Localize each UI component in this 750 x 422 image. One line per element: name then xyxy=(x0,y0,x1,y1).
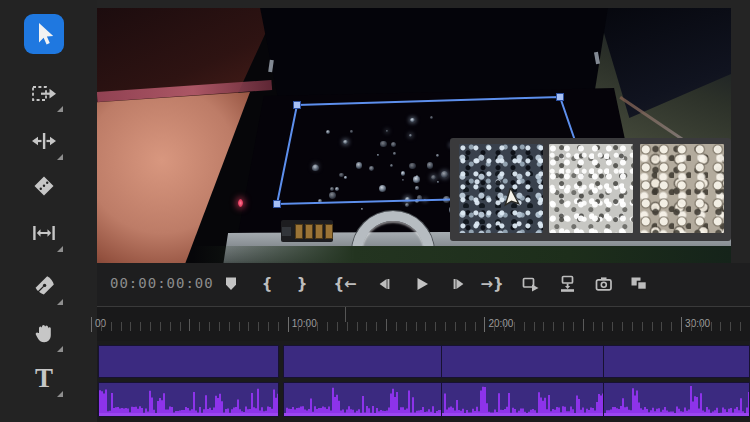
audio-waveform xyxy=(604,383,749,416)
audio-track xyxy=(97,382,750,417)
transport-controls: 00:00:00:00 {}{←→} xyxy=(97,263,750,307)
ruler-tick xyxy=(199,322,200,331)
ruler-tick xyxy=(111,322,112,331)
ruler-tick xyxy=(189,319,190,331)
audio-clip[interactable] xyxy=(98,382,279,417)
ruler-tick xyxy=(288,317,289,332)
timecode-display[interactable]: 00:00:00:00 xyxy=(110,275,214,291)
selection-handle[interactable] xyxy=(557,94,564,101)
thumbnail-diamonds-warm[interactable] xyxy=(640,144,724,233)
video-preview[interactable] xyxy=(97,8,731,263)
ruler-tick xyxy=(268,322,269,331)
ruler-tick xyxy=(730,322,731,331)
hand-tool[interactable] xyxy=(24,313,64,353)
timeline-ruler[interactable]: 0010:0020:0030:00 xyxy=(97,307,750,341)
ruler-tick xyxy=(337,322,338,331)
ruler-tick xyxy=(278,322,279,331)
ruler-tick xyxy=(602,322,603,331)
ruler-tick xyxy=(445,322,446,331)
ruler-tick xyxy=(435,322,436,331)
add-marker-button[interactable] xyxy=(218,271,244,297)
flyout-triangle-icon xyxy=(57,106,63,112)
ruler-tick xyxy=(593,322,594,331)
video-clip[interactable] xyxy=(98,345,279,378)
ruler-tick xyxy=(180,322,181,331)
ruler-tick xyxy=(583,319,584,331)
ruler-tick xyxy=(406,322,407,331)
ruler-tick xyxy=(691,322,692,331)
ruler-tick xyxy=(425,322,426,331)
ruler-tick xyxy=(504,322,505,331)
ruler-tick xyxy=(248,322,249,331)
ruler-label: 30:00 xyxy=(685,318,710,329)
ruler-label: 10:00 xyxy=(292,318,317,329)
play-button[interactable] xyxy=(409,271,435,297)
selection-handle[interactable] xyxy=(274,201,281,208)
ruler-tick xyxy=(307,322,308,331)
ruler-tick xyxy=(396,322,397,331)
ruler-tick xyxy=(416,322,417,331)
export-frame-button[interactable] xyxy=(591,271,617,297)
ruler-tick xyxy=(121,322,122,331)
ruler-tick xyxy=(170,322,171,331)
ruler-tick xyxy=(563,322,564,331)
mark-in-button[interactable]: { xyxy=(254,271,280,297)
step-forward-button[interactable] xyxy=(446,271,472,297)
tools-panel: T xyxy=(0,0,97,422)
comparison-view-button[interactable] xyxy=(626,271,652,297)
ruler-tick xyxy=(681,317,682,332)
ruler-tick xyxy=(622,322,623,331)
ruler-tick xyxy=(701,322,702,331)
ruler-tick xyxy=(150,322,151,331)
selection-tool[interactable] xyxy=(24,14,64,54)
mark-out-button[interactable]: } xyxy=(289,271,315,297)
audio-waveform xyxy=(99,383,278,416)
ruler-tick xyxy=(366,322,367,331)
type-tool[interactable]: T xyxy=(24,358,64,398)
insert-button[interactable] xyxy=(518,271,544,297)
ruler-tick xyxy=(209,322,210,331)
step-back-button[interactable] xyxy=(371,271,397,297)
video-editor-window: T xyxy=(0,0,750,422)
ruler-tick xyxy=(130,322,131,331)
ruler-tick xyxy=(573,322,574,331)
ruler-tick xyxy=(632,322,633,331)
ruler-tick xyxy=(239,322,240,331)
ruler-tick xyxy=(642,322,643,331)
ruler-tick xyxy=(534,322,535,331)
ruler-tick xyxy=(327,322,328,331)
pen-tool[interactable] xyxy=(24,266,64,306)
ripple-edit-tool[interactable] xyxy=(24,121,64,161)
ruler-tick xyxy=(376,322,377,331)
slip-tool[interactable] xyxy=(24,213,64,253)
ruler-label: 20:00 xyxy=(488,318,513,329)
ruler-tick xyxy=(543,322,544,331)
go-to-in-button[interactable]: {← xyxy=(332,271,358,297)
program-monitor-panel xyxy=(97,0,750,263)
selection-handle[interactable] xyxy=(294,102,301,109)
ruler-tick xyxy=(652,322,653,331)
audio-clip[interactable] xyxy=(603,382,750,417)
track-select-forward-tool[interactable] xyxy=(24,73,64,113)
flyout-triangle-icon xyxy=(57,391,63,397)
ruler-marker-line xyxy=(345,307,346,322)
go-to-out-button[interactable]: →} xyxy=(479,271,505,297)
flyout-triangle-icon xyxy=(57,299,63,305)
ruler-tick xyxy=(711,322,712,331)
ruler-tick xyxy=(140,322,141,331)
ruler-tick xyxy=(101,322,102,331)
ruler-tick xyxy=(475,322,476,331)
preset-preview-panel xyxy=(450,138,731,241)
ruler-tick xyxy=(317,322,318,331)
ruler-tick xyxy=(612,322,613,331)
ruler-tick xyxy=(386,319,387,331)
flyout-triangle-icon xyxy=(57,246,63,252)
thumbnail-diamonds-bright[interactable] xyxy=(549,144,633,233)
ruler-tick xyxy=(661,322,662,331)
ruler-tick xyxy=(553,322,554,331)
razor-tool[interactable] xyxy=(24,166,64,206)
ruler-tick xyxy=(357,322,358,331)
flyout-triangle-icon xyxy=(57,346,63,352)
overwrite-button[interactable] xyxy=(555,271,581,297)
video-clip[interactable] xyxy=(603,345,750,378)
